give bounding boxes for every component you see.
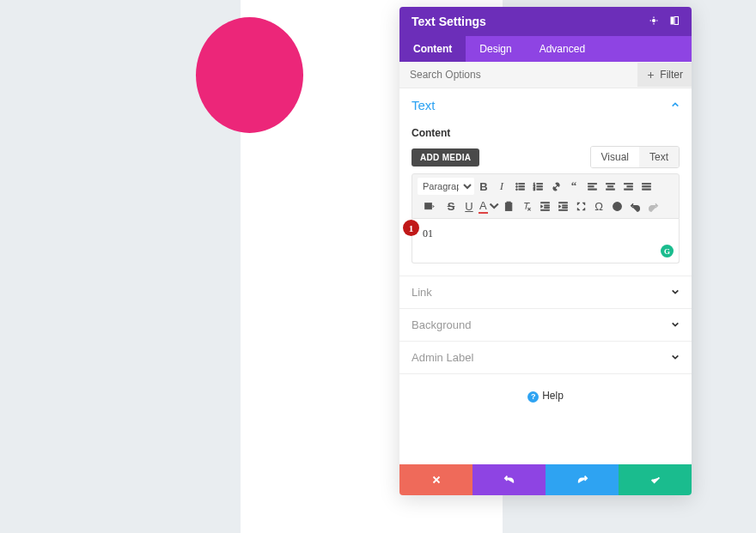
search-row: Filter: [399, 62, 692, 88]
cancel-button[interactable]: [399, 464, 472, 495]
section-text-title: Text: [412, 98, 436, 112]
align-left-icon[interactable]: [583, 178, 601, 195]
svg-rect-24: [642, 183, 650, 184]
svg-rect-23: [624, 188, 632, 189]
tab-design[interactable]: Design: [466, 36, 525, 62]
svg-point-39: [613, 202, 621, 210]
content-label: Content: [412, 127, 680, 139]
tab-advanced[interactable]: Advanced: [526, 36, 599, 62]
text-color-icon[interactable]: A: [479, 197, 499, 215]
section-text-header[interactable]: Text: [399, 88, 692, 122]
bullet-list-icon[interactable]: [511, 178, 528, 195]
editor-text: 01: [423, 227, 433, 239]
align-right-icon[interactable]: [619, 178, 637, 195]
svg-rect-12: [536, 183, 542, 184]
svg-rect-29: [507, 202, 510, 203]
svg-point-5: [515, 188, 517, 190]
link-icon[interactable]: [547, 178, 564, 195]
svg-rect-16: [588, 185, 594, 186]
filter-label: Filter: [660, 69, 683, 81]
undo-button[interactable]: [472, 464, 546, 495]
svg-point-4: [515, 185, 517, 187]
tab-content[interactable]: Content: [399, 36, 466, 62]
undo-icon[interactable]: [626, 197, 643, 215]
svg-rect-22: [626, 185, 632, 186]
clear-format-icon[interactable]: [518, 197, 535, 215]
svg-rect-1: [671, 16, 674, 24]
help-icon: ?: [527, 391, 539, 403]
expand-icon[interactable]: [649, 15, 659, 28]
bold-icon[interactable]: B: [475, 178, 492, 195]
align-justify-icon[interactable]: [637, 178, 655, 195]
svg-text:T: T: [507, 204, 509, 209]
svg-rect-20: [606, 188, 614, 189]
section-admin-label: Admin Label: [399, 342, 692, 374]
help-link[interactable]: ?Help: [399, 374, 692, 464]
panel-header[interactable]: Text Settings: [399, 7, 692, 36]
svg-rect-26: [642, 188, 650, 189]
svg-rect-18: [606, 183, 614, 184]
chevron-down-icon: [671, 287, 680, 299]
italic-icon[interactable]: I: [493, 178, 510, 195]
panel-footer: [399, 464, 692, 495]
format-select[interactable]: Paragraph: [418, 178, 474, 195]
svg-rect-21: [624, 183, 632, 184]
grammarly-icon[interactable]: G: [661, 245, 674, 257]
svg-rect-19: [607, 185, 613, 186]
filter-button[interactable]: Filter: [637, 63, 692, 87]
settings-panel: Text Settings Content Design Advanced Fi…: [399, 7, 692, 495]
table-icon[interactable]: [418, 197, 442, 215]
shape-handle: [230, 69, 234, 72]
chevron-down-icon: [671, 352, 680, 364]
quote-icon[interactable]: “: [565, 178, 582, 195]
text-tab[interactable]: Text: [639, 147, 679, 167]
svg-rect-31: [540, 202, 549, 203]
align-center-icon[interactable]: [601, 178, 619, 195]
search-input[interactable]: [399, 62, 637, 88]
section-link-header[interactable]: Link: [399, 276, 692, 308]
redo-button[interactable]: [546, 464, 619, 495]
add-media-button[interactable]: ADD MEDIA: [412, 148, 479, 167]
section-text-body: Content ADD MEDIA Visual Text Paragraph …: [399, 127, 692, 276]
svg-rect-34: [540, 209, 549, 210]
snap-icon[interactable]: [669, 15, 680, 28]
section-background-header[interactable]: Background: [399, 309, 692, 341]
svg-rect-32: [544, 204, 549, 205]
emoji-icon[interactable]: [608, 197, 625, 215]
pink-shape: [196, 17, 303, 133]
paste-text-icon[interactable]: T: [500, 197, 517, 215]
redo-icon[interactable]: [644, 197, 662, 215]
svg-rect-7: [518, 185, 524, 186]
panel-tabs: Content Design Advanced: [399, 36, 692, 62]
strike-icon[interactable]: S: [442, 197, 460, 215]
section-text: Text Content ADD MEDIA Visual Text Parag…: [399, 88, 692, 276]
number-list-icon[interactable]: 123: [529, 178, 546, 195]
special-char-icon[interactable]: Ω: [590, 197, 607, 215]
help-label: Help: [542, 390, 564, 402]
chevron-down-icon: [671, 319, 680, 331]
svg-rect-37: [562, 207, 567, 208]
section-admin-label-header[interactable]: Admin Label: [399, 342, 692, 373]
svg-rect-35: [558, 202, 567, 203]
underline-icon[interactable]: U: [460, 197, 478, 215]
svg-rect-14: [536, 188, 542, 189]
svg-point-40: [615, 204, 616, 205]
step-badge: 1: [403, 220, 419, 236]
panel-body: Text Content ADD MEDIA Visual Text Parag…: [399, 88, 692, 464]
visual-tab[interactable]: Visual: [591, 147, 639, 167]
section-link-title: Link: [412, 286, 432, 299]
panel-title: Text Settings: [412, 15, 649, 28]
fullscreen-icon[interactable]: [572, 197, 589, 215]
svg-rect-36: [562, 204, 567, 205]
editor-toolbar: Paragraph B I 123 “ S: [412, 173, 680, 219]
indent-icon[interactable]: [554, 197, 571, 215]
content-editor[interactable]: 1 01 G: [412, 219, 680, 263]
svg-rect-8: [518, 188, 524, 189]
svg-rect-38: [558, 209, 567, 210]
svg-rect-27: [424, 203, 431, 209]
svg-point-41: [618, 204, 619, 205]
outdent-icon[interactable]: [536, 197, 553, 215]
save-button[interactable]: [619, 464, 692, 495]
section-background: Background: [399, 309, 692, 342]
svg-text:3: 3: [533, 187, 535, 191]
